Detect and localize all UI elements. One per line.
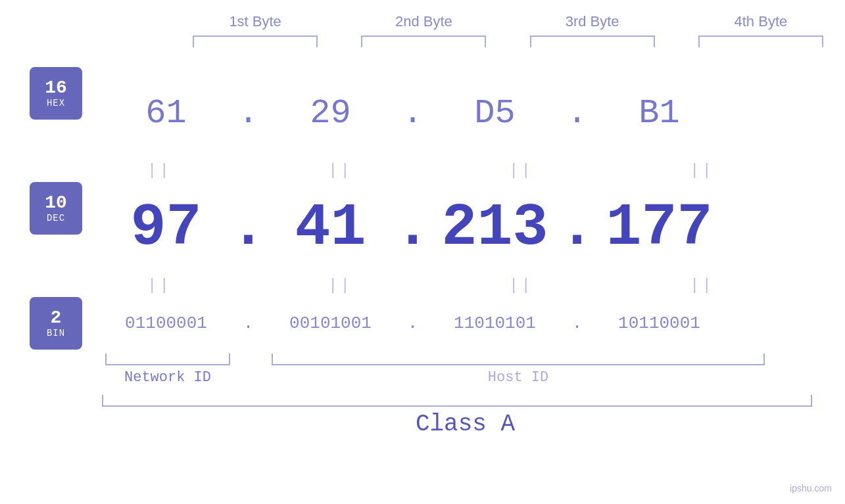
- equals-1: || || || ||: [69, 162, 792, 179]
- bottom-brackets: [105, 354, 765, 365]
- equals-row-1: || || || ||: [0, 159, 845, 182]
- badge-dec-number: 10: [45, 193, 67, 214]
- hex-val-3: D5: [431, 94, 559, 133]
- top-brackets-row: [0, 35, 845, 67]
- dec-val-3: 213: [431, 195, 559, 262]
- bin-dot-3: .: [559, 313, 595, 333]
- dec-dot-1: .: [230, 195, 266, 262]
- badge-hex-label: HEX: [47, 98, 65, 108]
- badge-bin-number: 2: [51, 308, 62, 329]
- byte-labels-row: 1st Byte 2nd Byte 3rd Byte 4th Byte: [0, 13, 845, 35]
- badge-hex: 16 HEX: [30, 67, 82, 120]
- hex-val-2: 29: [266, 94, 395, 133]
- class-label-row: Class A: [0, 411, 845, 438]
- id-labels: Network ID Host ID: [105, 369, 765, 386]
- equals-2: || || || ||: [69, 277, 792, 294]
- bracket-network: [105, 354, 230, 365]
- hex-dot-1: .: [230, 94, 266, 133]
- bracket-host: [272, 354, 765, 365]
- class-bracket: [102, 395, 812, 407]
- bin-val-4: 10110001: [595, 313, 723, 333]
- hex-row: 16 HEX 61 . 29 . D5 . B1: [0, 67, 845, 159]
- bin-dot-1: .: [230, 313, 266, 333]
- watermark: ipshu.com: [790, 483, 832, 493]
- badge-hex-number: 16: [45, 78, 67, 99]
- byte-label-4: 4th Byte: [695, 13, 827, 30]
- byte-labels: 1st Byte 2nd Byte 3rd Byte 4th Byte: [171, 13, 845, 30]
- dec-dot-3: .: [559, 195, 595, 262]
- dec-val-2: 41: [266, 195, 395, 262]
- byte-label-3: 3rd Byte: [527, 13, 658, 30]
- byte-label-2: 2nd Byte: [358, 13, 489, 30]
- bracket-top-1: [193, 35, 318, 47]
- bin-row: 2 BIN 01100001 . 00101001 . 11010101 . 1…: [0, 297, 845, 350]
- badge-dec: 10 DEC: [30, 182, 82, 235]
- host-id-label: Host ID: [272, 369, 765, 386]
- dec-row: 10 DEC 97 . 41 . 213 . 177: [0, 182, 845, 274]
- dec-val-1: 97: [102, 195, 230, 262]
- id-labels-row: Network ID Host ID: [0, 369, 845, 386]
- bottom-brackets-row: [0, 354, 845, 365]
- eq-2-4: ||: [637, 277, 768, 294]
- eq-2-1: ||: [94, 277, 226, 294]
- bracket-top-2: [361, 35, 486, 47]
- bin-values-row: 01100001 . 00101001 . 11010101 . 1011000…: [102, 313, 825, 333]
- bin-val-1: 01100001: [102, 313, 230, 333]
- eq-2-3: ||: [456, 277, 587, 294]
- hex-dot-3: .: [559, 94, 595, 133]
- dec-values-row: 97 . 41 . 213 . 177: [102, 195, 825, 262]
- top-brackets: [171, 35, 845, 47]
- hex-val-4: B1: [595, 94, 723, 133]
- bin-val-3: 11010101: [431, 313, 559, 333]
- bin-val-2: 00101001: [266, 313, 395, 333]
- equals-row-2: || || || ||: [0, 274, 845, 297]
- byte-label-1: 1st Byte: [189, 13, 321, 30]
- network-id-label: Network ID: [105, 369, 230, 386]
- eq-1-1: ||: [94, 162, 226, 179]
- eq-1-3: ||: [456, 162, 587, 179]
- hex-val-1: 61: [102, 94, 230, 133]
- badge-dec-label: DEC: [47, 213, 65, 223]
- bracket-top-4: [698, 35, 823, 47]
- dec-val-4: 177: [595, 195, 723, 262]
- eq-2-2: ||: [275, 277, 406, 294]
- badge-bin-label: BIN: [47, 328, 65, 338]
- eq-1-2: ||: [275, 162, 406, 179]
- bin-dot-2: .: [395, 313, 431, 333]
- hex-dot-2: .: [395, 94, 431, 133]
- hex-values-row: 61 . 29 . D5 . B1: [102, 94, 825, 133]
- eq-1-4: ||: [637, 162, 768, 179]
- class-bracket-row: [0, 395, 845, 407]
- bracket-top-3: [530, 35, 655, 47]
- badge-bin: 2 BIN: [30, 297, 82, 350]
- class-label: Class A: [416, 411, 515, 438]
- main-container: 1st Byte 2nd Byte 3rd Byte 4th Byte 16 H…: [0, 0, 845, 504]
- dec-dot-2: .: [395, 195, 431, 262]
